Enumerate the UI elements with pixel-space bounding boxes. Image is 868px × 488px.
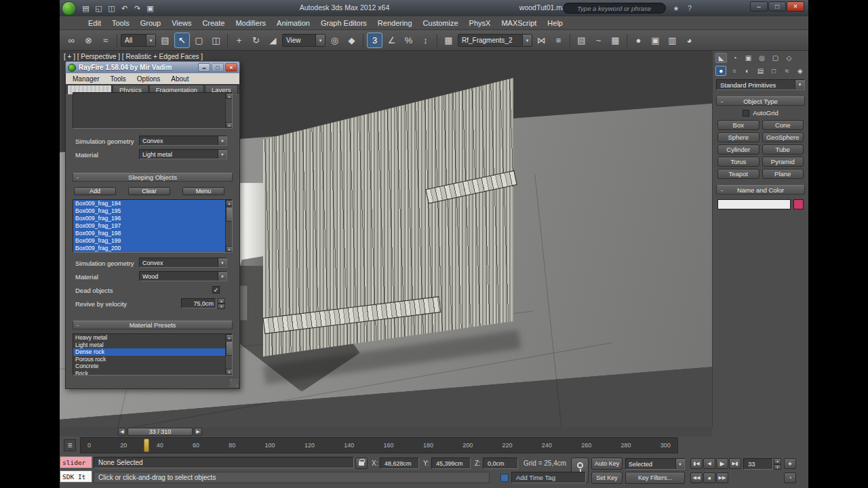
primitives-dropdown[interactable]: Standard Primitives ▾ xyxy=(716,79,805,90)
rayfire-menu-manager[interactable]: Manager xyxy=(67,75,104,83)
percent-snap-icon[interactable]: % xyxy=(401,33,416,48)
rendered-frame-window-icon[interactable]: ▥ xyxy=(665,33,680,48)
list-item[interactable]: Box009_frag_197 xyxy=(73,222,225,230)
named-selection-dropdown[interactable]: Rf_Fragments_2 ▾ xyxy=(458,34,532,47)
z-coord-field[interactable]: 0,0cm xyxy=(483,458,518,469)
impact-objects-list[interactable]: ▴ ▾ xyxy=(73,92,233,129)
scroll-up-icon[interactable]: ▴ xyxy=(226,93,233,99)
use-pivot-center-icon[interactable]: ◎ xyxy=(327,33,342,48)
go-to-end-icon[interactable]: ▶▮ xyxy=(729,458,741,469)
list-item[interactable]: Box009_frag_194 xyxy=(73,200,225,207)
select-and-manipulate-icon[interactable]: ◆ xyxy=(344,33,359,48)
save-file-icon[interactable]: ◫ xyxy=(105,2,118,14)
selection-filter-dropdown[interactable]: All ▾ xyxy=(121,34,156,47)
spinner-up-icon[interactable]: ▴ xyxy=(218,298,225,304)
menu-group[interactable]: Group xyxy=(135,19,167,27)
help-icon[interactable]: ? xyxy=(684,3,696,14)
dead-objects-checkbox[interactable]: ✓ xyxy=(212,286,220,293)
select-and-scale-icon[interactable]: ◢ xyxy=(265,33,281,48)
teapot-button[interactable]: Teapot xyxy=(717,169,760,179)
box-button[interactable]: Box xyxy=(717,120,760,130)
curve-editor-icon[interactable]: ~ xyxy=(591,33,606,48)
helpers-category-icon[interactable]: □ xyxy=(768,66,779,76)
scroll-thumb[interactable] xyxy=(226,341,233,356)
go-to-start-icon[interactable]: ▮◀ xyxy=(690,458,703,469)
list-item[interactable]: Brick xyxy=(73,370,225,376)
menu-create[interactable]: Create xyxy=(197,19,230,27)
list-item[interactable]: Box009_frag_199 xyxy=(73,237,225,245)
scroll-thumb[interactable] xyxy=(226,207,233,222)
cylinder-button[interactable]: Cylinder xyxy=(717,144,760,155)
track-bar[interactable]: 0 20 40 60 80 100 120 140 160 180 200 22… xyxy=(80,437,678,453)
clear-button[interactable]: Clear xyxy=(128,187,170,195)
redo-icon[interactable]: ↷ xyxy=(131,2,144,14)
snaps-toggle-icon[interactable]: 3 xyxy=(367,33,382,48)
sim-geometry-dropdown-bottom[interactable]: Convex ▾ xyxy=(139,258,227,268)
material-dropdown-top[interactable]: Light metal ▾ xyxy=(139,149,227,159)
scroll-down-icon[interactable]: ▾ xyxy=(226,246,233,252)
bind-to-spacewarp-icon[interactable]: ≈ xyxy=(98,33,113,48)
open-file-icon[interactable]: ◱ xyxy=(92,2,105,14)
resize-grip[interactable] xyxy=(230,379,238,387)
rayfire-menu-about[interactable]: About xyxy=(165,75,194,83)
sleeping-objects-header[interactable]: - Sleeping Objects xyxy=(73,173,233,182)
menu-views[interactable]: Views xyxy=(166,19,197,27)
revive-velocity-spinner[interactable]: ▴ ▾ xyxy=(218,298,225,308)
current-frame-field[interactable]: 33 xyxy=(743,458,773,470)
rayfire-close-button[interactable]: × xyxy=(225,63,237,72)
window-crossing-icon[interactable]: ◫ xyxy=(208,33,224,48)
spinner-down-icon[interactable]: ▾ xyxy=(774,464,781,470)
new-scene-icon[interactable]: ▤ xyxy=(79,2,92,14)
reference-coordinate-dropdown[interactable]: View ▾ xyxy=(282,34,326,47)
scroll-up-icon[interactable]: ▴ xyxy=(226,200,233,206)
menu-button[interactable]: Menu xyxy=(182,187,224,195)
display-tab-icon[interactable]: ▢ xyxy=(770,53,781,63)
viewport-label[interactable]: [ + ] [ Perspective ] [ Realistic + Edge… xyxy=(64,53,203,60)
max-logo-button[interactable] xyxy=(62,1,76,16)
close-button[interactable]: × xyxy=(787,1,804,12)
rectangular-selection-region-icon[interactable]: ▢ xyxy=(191,33,207,48)
named-selection-sets-icon[interactable]: ▦ xyxy=(441,33,456,48)
scroll-up-icon[interactable]: ▴ xyxy=(226,334,233,340)
hierarchy-tab-icon[interactable]: ▣ xyxy=(743,53,754,63)
material-editor-icon[interactable]: ● xyxy=(631,33,646,48)
utilities-tab-icon[interactable]: ◇ xyxy=(783,53,795,63)
list-item-selected[interactable]: Dense rock xyxy=(73,348,225,356)
rewind-icon[interactable]: ◀◀ xyxy=(690,472,703,483)
sim-geometry-dropdown-top[interactable]: Convex ▾ xyxy=(139,136,227,146)
cone-button[interactable]: Cone xyxy=(762,120,804,130)
torus-button[interactable]: Torus xyxy=(717,157,760,167)
select-object-icon[interactable]: ↖ xyxy=(174,33,190,48)
rayfire-menu-options[interactable]: Options xyxy=(132,75,165,83)
time-configuration-icon[interactable]: ◔ xyxy=(784,472,796,483)
menu-graph-editors[interactable]: Graph Editors xyxy=(315,19,372,27)
menu-help[interactable]: Help xyxy=(542,19,568,27)
select-and-move-icon[interactable]: + xyxy=(231,33,247,48)
align-icon[interactable]: ≡ xyxy=(551,33,566,48)
maxscript-listener-line[interactable]: SDK It xyxy=(60,470,92,483)
list-item[interactable]: Box009_frag_198 xyxy=(73,230,225,237)
menu-customize[interactable]: Customize xyxy=(418,19,464,27)
sphere-button[interactable]: Sphere xyxy=(717,132,760,142)
modify-tab-icon[interactable]: ◔ xyxy=(729,53,741,63)
key-mode-toggle-icon[interactable]: ◈ xyxy=(784,458,796,469)
add-button[interactable]: Add xyxy=(74,187,116,195)
sleeping-objects-list[interactable]: Box009_frag_194 Box009_frag_195 Box009_f… xyxy=(73,199,233,253)
layer-manager-icon[interactable]: ▤ xyxy=(574,33,589,48)
menu-animation[interactable]: Animation xyxy=(271,19,315,27)
list-scrollbar[interactable]: ▴ ▾ xyxy=(225,200,232,252)
material-presets-list[interactable]: Heavy metal Light metal Dense rock Porou… xyxy=(73,333,233,375)
x-coord-field[interactable]: 48,628cm xyxy=(380,458,419,469)
maximize-button[interactable]: □ xyxy=(768,1,786,12)
list-item[interactable]: Box009_frag_200 xyxy=(73,245,225,252)
next-frame-icon[interactable]: ▶ xyxy=(194,428,202,436)
y-coord-field[interactable]: 45,399cm xyxy=(431,458,471,469)
menu-edit[interactable]: Edit xyxy=(83,19,106,27)
name-color-rollout[interactable]: - Name and Color xyxy=(716,185,805,195)
spinner-up-icon[interactable]: ▴ xyxy=(774,458,781,464)
object-name-field[interactable] xyxy=(717,199,791,209)
rayfire-window[interactable]: RayFire 1.58.04 by Mir Vadim – □ × Manag… xyxy=(65,61,240,389)
key-selection-dropdown[interactable]: Selected ▾ xyxy=(625,458,685,470)
rayfire-menu-tools[interactable]: Tools xyxy=(104,75,131,83)
menu-physx[interactable]: PhysX xyxy=(464,19,496,27)
